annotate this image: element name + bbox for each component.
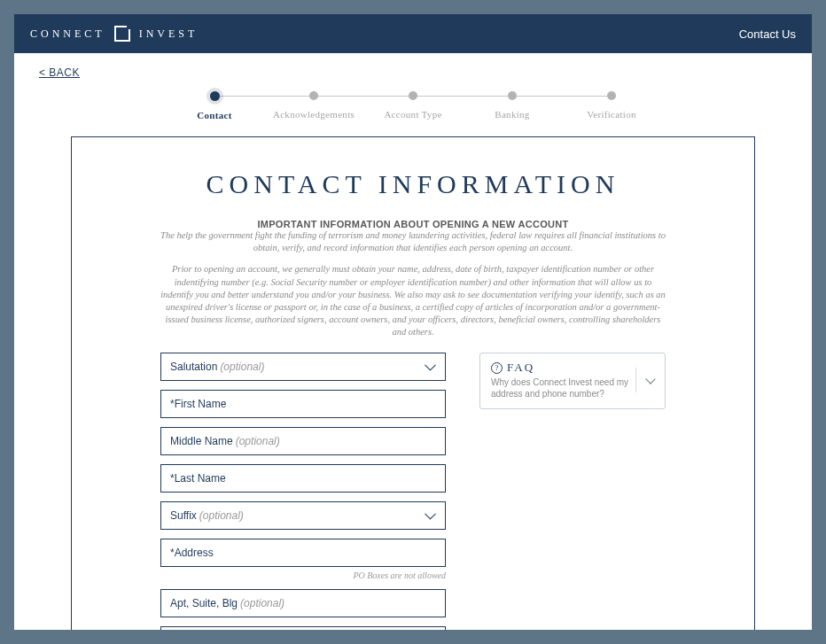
step-dot-icon bbox=[508, 91, 517, 100]
form-body: Salutation (optional) *First Name Middle… bbox=[160, 353, 666, 630]
step-dot-icon bbox=[309, 91, 318, 100]
address-hint: PO Boxes are not allowed bbox=[160, 570, 446, 580]
brand-text-left: CONNECT bbox=[30, 27, 105, 41]
first-name-input[interactable]: *First Name bbox=[160, 390, 446, 418]
optional-hint: (optional) bbox=[199, 509, 244, 522]
step-connector bbox=[413, 96, 512, 97]
optional-hint: (optional) bbox=[240, 597, 284, 609]
contact-us-link[interactable]: Contact Us bbox=[739, 27, 796, 41]
faq-title: ? FAQ bbox=[491, 361, 635, 375]
step-label: Verification bbox=[562, 109, 661, 120]
salutation-select[interactable]: Salutation (optional) bbox=[160, 353, 446, 381]
brand-logo[interactable]: CONNECT INVEST bbox=[30, 26, 198, 42]
faq-accordion-item[interactable]: ? FAQ Why does Connect Invest need my ad… bbox=[479, 353, 666, 409]
progress-stepper: Contact Acknowledgements Account Type Ba… bbox=[165, 91, 661, 120]
faq-sidebar: ? FAQ Why does Connect Invest need my ad… bbox=[479, 353, 666, 630]
brand-square-icon bbox=[114, 26, 130, 42]
field-label: *Last Name bbox=[170, 472, 226, 485]
address-input[interactable]: *Address bbox=[160, 539, 446, 567]
page-title: CONTACT INFORMATION bbox=[160, 169, 666, 199]
field-label: Middle Name bbox=[170, 435, 233, 447]
faq-question-text: Why does Connect Invest need my address … bbox=[491, 376, 635, 400]
step-connector bbox=[214, 96, 314, 97]
field-label: Salutation bbox=[170, 361, 217, 373]
notice-paragraph-2: Prior to opening an account, we generall… bbox=[160, 263, 666, 338]
chevron-down-icon bbox=[635, 368, 654, 392]
step-dot-icon bbox=[607, 91, 616, 100]
step-label: Banking bbox=[463, 109, 562, 120]
last-name-input[interactable]: *Last Name bbox=[160, 464, 446, 493]
notice-paragraph-1: The help the government fight the fundin… bbox=[160, 229, 666, 254]
middle-name-input[interactable]: Middle Name (optional) bbox=[160, 427, 446, 455]
step-connector bbox=[512, 96, 612, 97]
form-fields-column: Salutation (optional) *First Name Middle… bbox=[160, 353, 446, 630]
step-contact[interactable]: Contact bbox=[165, 91, 264, 120]
suffix-select[interactable]: Suffix (optional) bbox=[160, 501, 446, 530]
form-card: CONTACT INFORMATION IMPORTANT INFORMATIO… bbox=[71, 136, 755, 630]
content-area: < BACK Contact Acknowledgements Account … bbox=[14, 53, 812, 630]
back-link[interactable]: < BACK bbox=[39, 66, 80, 79]
faq-content: ? FAQ Why does Connect Invest need my ad… bbox=[491, 361, 635, 400]
notice-heading: IMPORTANT INFORMATION ABOUT OPENING A NE… bbox=[160, 219, 666, 229]
step-connector bbox=[314, 96, 413, 97]
header-bar: CONNECT INVEST Contact Us bbox=[14, 14, 812, 53]
step-dot-icon bbox=[210, 91, 220, 101]
step-label: Contact bbox=[165, 110, 264, 120]
brand-text-right: INVEST bbox=[139, 27, 199, 41]
apt-suite-input[interactable]: Apt, Suite, Blg (optional) bbox=[160, 589, 446, 617]
optional-hint: (optional) bbox=[236, 435, 280, 447]
step-dot-icon bbox=[409, 91, 417, 100]
step-label: Acknowledgements bbox=[264, 109, 363, 120]
field-label: Apt, Suite, Blg bbox=[170, 597, 238, 609]
field-label: *First Name bbox=[170, 398, 226, 410]
faq-title-text: FAQ bbox=[507, 361, 534, 375]
question-mark-icon: ? bbox=[491, 362, 503, 374]
field-label: Suffix bbox=[170, 509, 197, 522]
field-label: *Address bbox=[170, 547, 214, 559]
page-container: CONNECT INVEST Contact Us < BACK Contact… bbox=[14, 14, 812, 630]
optional-hint: (optional) bbox=[220, 361, 264, 373]
step-label: Account Type bbox=[363, 109, 463, 120]
city-input[interactable]: *City bbox=[160, 626, 446, 630]
